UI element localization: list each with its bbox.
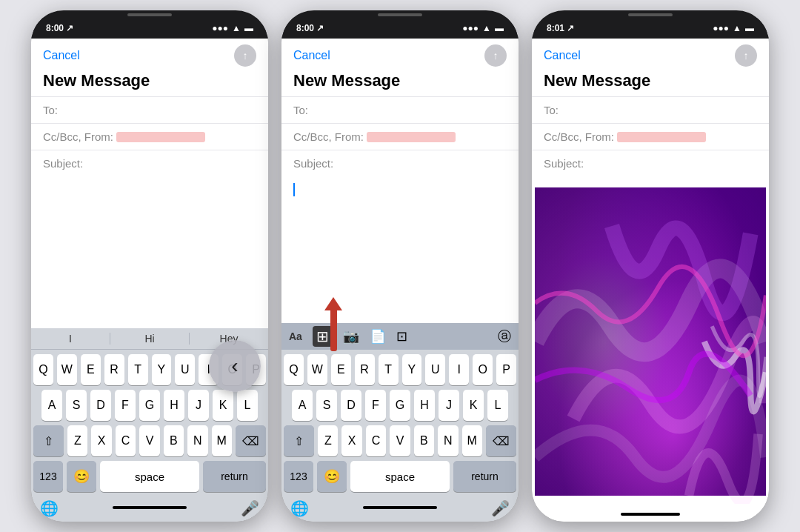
globe-icon-2[interactable]: 🌐 <box>290 499 309 517</box>
key-row-zxcv-1: ⇧ Z X C V B N M ⌫ <box>33 425 266 456</box>
key-q[interactable]: Q <box>33 354 53 385</box>
key-j[interactable]: J <box>188 390 209 421</box>
key-u-2[interactable]: U <box>425 354 445 385</box>
key-v-2[interactable]: V <box>390 425 410 456</box>
key-y-2[interactable]: Y <box>402 354 422 385</box>
key-emoji-2[interactable]: 😊 <box>317 461 347 492</box>
status-bar-1: 8:00 ↗ ●●● ▲ ▬ <box>31 18 268 39</box>
key-s[interactable]: S <box>66 390 87 421</box>
prediction-hi[interactable]: Hi <box>110 333 190 345</box>
key-j-2[interactable]: J <box>439 390 459 421</box>
key-s-2[interactable]: S <box>316 390 337 421</box>
key-return-1[interactable]: return <box>203 461 266 492</box>
key-w[interactable]: W <box>57 354 77 385</box>
key-a-2[interactable]: A <box>292 390 313 421</box>
key-y[interactable]: Y <box>152 354 172 385</box>
mail-body-1[interactable] <box>31 176 268 328</box>
mic-icon-2[interactable]: 🎤 <box>491 499 510 517</box>
key-x-2[interactable]: X <box>341 425 361 456</box>
key-r-2[interactable]: R <box>355 354 375 385</box>
key-space-1[interactable]: space <box>100 461 199 492</box>
toolbar-file-icon[interactable]: 📄 <box>370 328 386 345</box>
compose-nav-2: Cancel ↑ <box>281 39 519 70</box>
key-g[interactable]: G <box>139 390 160 421</box>
globe-icon-1[interactable]: 🌐 <box>40 499 59 517</box>
mic-icon-1[interactable]: 🎤 <box>241 499 259 517</box>
toolbar-layout-icon[interactable]: ⊡ <box>396 328 407 345</box>
key-r[interactable]: R <box>104 354 124 385</box>
key-l[interactable]: L <box>237 390 258 421</box>
key-k[interactable]: K <box>213 390 233 421</box>
key-c[interactable]: C <box>116 425 136 456</box>
mail-body-2[interactable] <box>281 176 519 323</box>
mail-compose-3: Cancel ↑ New Message To: Cc/Bcc, From: S… <box>532 39 769 522</box>
prediction-i[interactable]: I <box>31 333 110 345</box>
key-f[interactable]: F <box>115 390 136 421</box>
key-n[interactable]: N <box>187 425 207 456</box>
send-button-1[interactable]: ↑ <box>234 44 256 67</box>
key-e[interactable]: E <box>81 354 101 385</box>
key-space-2[interactable]: space <box>350 461 450 492</box>
status-icons-3: ●●● ▲ ▬ <box>713 23 754 33</box>
toolbar-circle-icon[interactable]: ⓐ <box>498 327 511 345</box>
mail-body-3[interactable] <box>532 176 769 507</box>
key-b-2[interactable]: B <box>414 425 434 456</box>
key-c-2[interactable]: C <box>366 425 386 456</box>
key-u[interactable]: U <box>175 354 195 385</box>
key-shift-1[interactable]: ⇧ <box>33 425 64 456</box>
back-button-overlay[interactable]: ‹ <box>209 340 261 392</box>
key-delete-1[interactable]: ⌫ <box>236 425 266 456</box>
red-arrow-head-icon <box>324 297 342 310</box>
key-m-2[interactable]: M <box>462 425 482 456</box>
cc-field-3[interactable]: Cc/Bcc, From: <box>532 123 769 150</box>
send-button-3[interactable]: ↑ <box>735 44 757 67</box>
key-o-2[interactable]: O <box>473 354 493 385</box>
key-i-2[interactable]: I <box>449 354 469 385</box>
key-x[interactable]: X <box>91 425 111 456</box>
key-k-2[interactable]: K <box>463 390 484 421</box>
key-q-2[interactable]: Q <box>284 354 304 385</box>
send-button-2[interactable]: ↑ <box>484 44 507 67</box>
key-p-2[interactable]: P <box>496 354 516 385</box>
toolbar-camera-icon[interactable]: 📷 <box>343 328 359 345</box>
key-d[interactable]: D <box>90 390 111 421</box>
key-n-2[interactable]: N <box>438 425 458 456</box>
wifi-icon-2: ▲ <box>482 23 491 33</box>
subject-field-2[interactable]: Subject: <box>281 150 519 176</box>
key-return-2[interactable]: return <box>453 461 516 492</box>
toolbar-aa-icon[interactable]: Aa <box>289 330 302 342</box>
cc-field-1[interactable]: Cc/Bcc, From: <box>31 123 268 150</box>
key-a[interactable]: A <box>41 390 62 421</box>
key-d-2[interactable]: D <box>341 390 361 421</box>
key-h[interactable]: H <box>164 390 184 421</box>
to-field-3[interactable]: To: <box>532 96 769 123</box>
key-e-2[interactable]: E <box>331 354 351 385</box>
to-field-2[interactable]: To: <box>281 96 519 123</box>
cancel-button-1[interactable]: Cancel <box>43 49 80 62</box>
key-123-1[interactable]: 123 <box>33 461 63 492</box>
to-field-1[interactable]: To: <box>31 96 268 123</box>
key-emoji-1[interactable]: 😊 <box>67 461 96 492</box>
key-b[interactable]: B <box>164 425 184 456</box>
subject-field-3[interactable]: Subject: <box>532 150 769 176</box>
key-z[interactable]: Z <box>67 425 87 456</box>
key-m[interactable]: M <box>212 425 232 456</box>
subject-label-3: Subject: <box>544 157 584 170</box>
key-v[interactable]: V <box>139 425 159 456</box>
cc-field-2[interactable]: Cc/Bcc, From: <box>281 123 519 150</box>
key-l-2[interactable]: L <box>487 390 508 421</box>
key-h-2[interactable]: H <box>414 390 435 421</box>
key-t[interactable]: T <box>128 354 148 385</box>
key-123-2[interactable]: 123 <box>284 461 313 492</box>
key-t-2[interactable]: T <box>379 354 399 385</box>
key-delete-2[interactable]: ⌫ <box>486 425 516 456</box>
cancel-button-3[interactable]: Cancel <box>544 49 581 62</box>
key-w-2[interactable]: W <box>307 354 327 385</box>
cancel-button-2[interactable]: Cancel <box>293 49 330 62</box>
key-f-2[interactable]: F <box>365 390 386 421</box>
key-g-2[interactable]: G <box>390 390 410 421</box>
subject-field-1[interactable]: Subject: <box>31 150 268 176</box>
key-shift-2[interactable]: ⇧ <box>284 425 314 456</box>
time-display-2: 8:00 ↗ <box>296 23 324 33</box>
key-z-2[interactable]: Z <box>318 425 338 456</box>
